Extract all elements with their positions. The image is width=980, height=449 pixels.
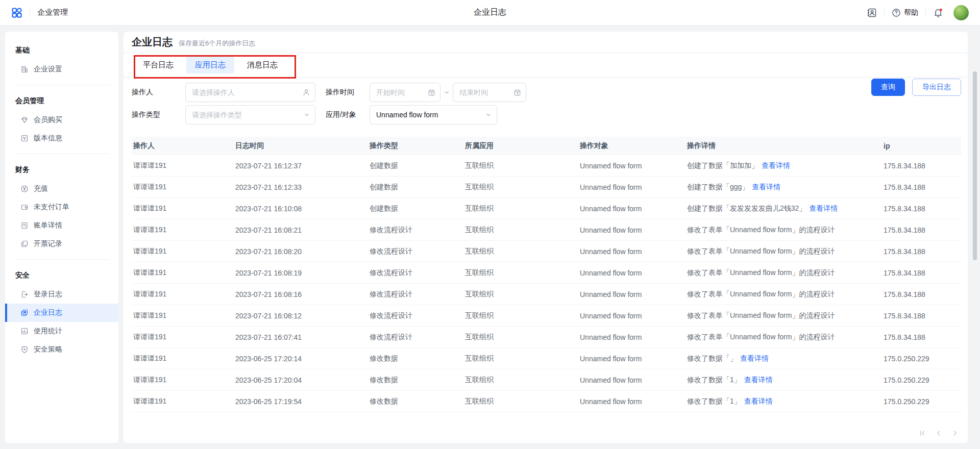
sidebar-item-label: 登录日志 — [34, 290, 62, 299]
ip-cell: 175.8.34.188 — [882, 247, 960, 256]
building-icon — [20, 65, 29, 73]
topbar-divider — [884, 9, 885, 17]
type-select[interactable] — [185, 105, 315, 124]
sidebar-item-usage-stats[interactable]: 使用统计 — [5, 322, 118, 340]
ip-cell: 175.0.250.229 — [882, 355, 960, 363]
detail-text: 创建了数据「ggg」 — [687, 183, 749, 191]
shield-plus-icon — [20, 345, 29, 354]
tab-app-logs[interactable]: 应用日志 — [186, 57, 234, 73]
topbar-divider — [30, 9, 30, 17]
calendar-icon[interactable] — [428, 89, 435, 96]
main-panel: 企业日志 保存最近6个月的操作日志 平台日志应用日志消息日志 操作人 操作时间 — [124, 32, 968, 443]
sidebar-item-label: 会员购买 — [34, 115, 62, 124]
detail-text: 修改了表单「Unnamed flow form」的流程设计 — [687, 311, 835, 319]
table-header-row: 操作人日志时间操作类型所属应用操作对象操作详情ip — [132, 137, 961, 155]
table-cell: 2023-07-21 16:12:37 — [234, 162, 368, 170]
detail-text: 修改了表单「Unnamed flow form」的流程设计 — [687, 333, 835, 341]
sidebar-item-version-info[interactable]: 版本信息 — [5, 129, 118, 147]
sidebar-item-label: 账单详情 — [34, 221, 62, 230]
page-prev-icon[interactable] — [935, 430, 942, 437]
sidebar-item-login-logs[interactable]: 登录日志 — [5, 285, 118, 304]
column-header: 操作类型 — [368, 141, 463, 151]
vertical-scrollbar[interactable] — [973, 71, 977, 260]
sidebar-item-enterprise-logs[interactable]: 企业日志 — [5, 304, 118, 322]
view-details-link[interactable]: 查看详情 — [809, 204, 838, 212]
sidebar-group-heading: 财务 — [5, 160, 118, 180]
tab-message-logs[interactable]: 消息日志 — [238, 57, 286, 73]
detail-text: 修改了表单「Unnamed flow form」的流程设计 — [687, 290, 835, 298]
table-cell: Unnamed flow form — [578, 290, 685, 298]
sidebar-item-security-policy[interactable]: 安全策略 — [5, 340, 118, 359]
table-cell: 修改流程设计 — [368, 226, 463, 235]
page-head: 企业日志 保存最近6个月的操作日志 — [124, 32, 968, 53]
sidebar-item-member-purchase[interactable]: 会员购买 — [5, 111, 118, 129]
apps-grid-icon[interactable] — [11, 7, 22, 18]
sidebar-item-label: 企业日志 — [34, 308, 62, 317]
contacts-icon[interactable] — [867, 8, 877, 18]
table-cell: 2023-06-25 17:20:14 — [234, 355, 368, 363]
table-row: 谭谭谭1912023-07-21 16:08:16修改流程设计互联组织Unnam… — [132, 284, 961, 305]
help-button[interactable]: 帮助 — [892, 8, 918, 17]
export-logs-button[interactable]: 导出日志 — [912, 79, 961, 96]
chevron-down-icon[interactable] — [303, 111, 310, 118]
sidebar-item-invoice-records[interactable]: 开票记录 — [5, 235, 118, 253]
view-details-link[interactable]: 查看详情 — [740, 354, 769, 362]
calendar-icon[interactable] — [513, 89, 521, 96]
tab-platform-logs[interactable]: 平台日志 — [134, 57, 182, 73]
notification-bell-icon[interactable] — [933, 8, 943, 18]
log-tabs: 平台日志应用日志消息日志 — [124, 53, 968, 78]
table-cell: 2023-07-21 16:10:08 — [234, 205, 368, 213]
type-label: 操作类型 — [132, 110, 177, 119]
bill-icon — [20, 221, 29, 230]
column-header: 操作对象 — [578, 141, 685, 151]
sidebar-item-label: 企业设置 — [34, 65, 62, 74]
sidebar-divider — [14, 154, 109, 154]
page-next-icon[interactable] — [951, 430, 959, 437]
detail-text: 修改了表单「Unnamed flow form」的流程设计 — [687, 247, 835, 255]
ip-cell: 175.8.34.188 — [882, 312, 960, 320]
column-header: 操作人 — [132, 141, 234, 151]
diamond-icon — [20, 116, 29, 124]
table-cell: 创建数据 — [368, 204, 463, 213]
app-object-select[interactable] — [370, 105, 497, 124]
table-cell: 互联组织 — [463, 354, 578, 363]
table-cell: 谭谭谭191 — [132, 183, 234, 192]
table-row: 谭谭谭1912023-06-25 17:19:54修改数据互联组织Unnamed… — [132, 391, 961, 412]
view-details-link[interactable]: 查看详情 — [762, 161, 790, 169]
page-first-icon[interactable] — [919, 430, 926, 437]
table-cell: 互联组织 — [463, 204, 578, 213]
table-cell: 谭谭谭191 — [132, 161, 234, 170]
query-button[interactable]: 查询 — [871, 79, 905, 96]
table-cell: 谭谭谭191 — [132, 397, 234, 406]
sidebar-item-label: 安全策略 — [34, 345, 62, 354]
view-details-link[interactable]: 查看详情 — [752, 183, 780, 191]
sidebar-item-unpaid-orders[interactable]: 未支付订单 — [5, 198, 118, 216]
sidebar-item-label: 使用统计 — [34, 327, 62, 336]
sidebar-group-heading: 安全 — [5, 266, 118, 285]
user-avatar[interactable] — [953, 5, 969, 20]
table-cell: 谭谭谭191 — [132, 247, 234, 256]
sidebar-item-recharge[interactable]: 充值 — [5, 180, 118, 198]
table-cell: 修改流程设计 — [368, 247, 463, 256]
chevron-down-icon[interactable] — [485, 111, 492, 118]
view-details-link[interactable]: 查看详情 — [744, 397, 773, 405]
sidebar-item-bill-details[interactable]: 账单详情 — [5, 216, 118, 235]
table-cell: Unnamed flow form — [578, 162, 685, 170]
table-cell: 谭谭谭191 — [132, 354, 234, 363]
table-row: 谭谭谭1912023-07-21 16:12:33创建数据互联组织Unnamed… — [132, 177, 961, 198]
table-cell: 互联组织 — [463, 311, 578, 320]
topbar-divider — [925, 9, 926, 17]
login-icon — [20, 290, 29, 298]
sidebar-item-label: 未支付订单 — [34, 203, 69, 212]
view-details-link[interactable]: 查看详情 — [744, 376, 773, 384]
column-header: 日志时间 — [234, 141, 368, 151]
table-cell: 修改数据 — [368, 354, 463, 363]
table-cell: 互联组织 — [463, 333, 578, 342]
table-cell: 谭谭谭191 — [132, 333, 234, 342]
detail-text: 修改了数据「」 — [687, 354, 737, 362]
invoice-icon — [20, 240, 29, 248]
column-header: 所属应用 — [463, 141, 578, 151]
operator-input[interactable] — [185, 83, 315, 102]
sidebar-item-enterprise-settings[interactable]: 企业设置 — [5, 60, 118, 79]
table-cell: Unnamed flow form — [578, 269, 685, 277]
